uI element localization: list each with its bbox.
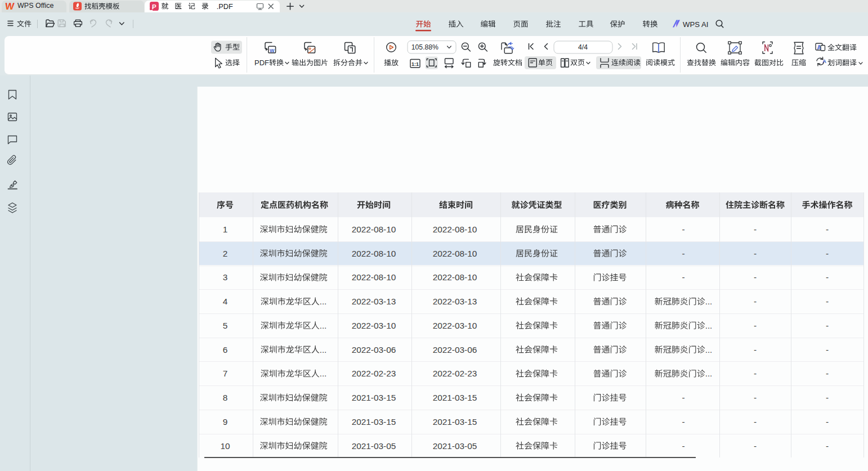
svg-text:1: 1: [223, 225, 228, 234]
svg-text:4/4: 4/4: [578, 43, 588, 51]
svg-text:...: ...: [705, 297, 713, 306]
svg-text:2021-03-15: 2021-03-15: [433, 393, 477, 402]
svg-text:8: 8: [223, 393, 228, 402]
svg-text:-: -: [754, 441, 757, 451]
svg-text:2021-03-15: 2021-03-15: [352, 417, 396, 427]
svg-text:-: -: [682, 441, 684, 451]
svg-text:W: W: [5, 1, 15, 12]
svg-text:...: ...: [705, 369, 713, 378]
svg-text:WPS Office: WPS Office: [17, 2, 53, 10]
svg-text:-: -: [826, 345, 829, 355]
svg-text:2021-03-15: 2021-03-15: [433, 417, 477, 427]
svg-text:2022-03-10: 2022-03-10: [352, 321, 396, 330]
svg-text:WPS AI: WPS AI: [683, 20, 708, 29]
svg-text:-: -: [826, 417, 829, 427]
svg-text:-: -: [682, 249, 684, 258]
svg-text:2022-08-10: 2022-08-10: [352, 225, 396, 234]
svg-text:-: -: [754, 345, 757, 355]
svg-text:.PDF: .PDF: [217, 2, 233, 11]
svg-text:-: -: [754, 393, 757, 402]
svg-text:P: P: [152, 3, 156, 10]
svg-text:-: -: [682, 272, 684, 282]
svg-text:PDF: PDF: [254, 59, 269, 67]
svg-text:2022-02-23: 2022-02-23: [352, 369, 396, 378]
svg-text:1:1: 1:1: [411, 61, 419, 67]
svg-text:2022-08-10: 2022-08-10: [433, 249, 477, 258]
svg-text:5: 5: [223, 321, 228, 330]
svg-text:9: 9: [223, 417, 228, 427]
svg-text:A: A: [817, 44, 821, 51]
svg-text:2022-03-06: 2022-03-06: [433, 345, 477, 355]
svg-text:...: ...: [320, 369, 327, 378]
svg-text:2022-03-13: 2022-03-13: [433, 297, 477, 306]
svg-text:2021-03-05: 2021-03-05: [352, 441, 396, 451]
svg-text:4: 4: [223, 297, 228, 306]
svg-text:10: 10: [220, 441, 230, 451]
svg-text:-: -: [826, 441, 829, 451]
svg-text:2022-08-10: 2022-08-10: [433, 272, 477, 282]
svg-text:-: -: [826, 321, 829, 330]
svg-text:...: ...: [320, 321, 327, 330]
svg-text:3: 3: [223, 272, 228, 282]
svg-text:-: -: [682, 225, 684, 234]
svg-text:-: -: [682, 417, 684, 427]
svg-text:2022-03-10: 2022-03-10: [433, 321, 477, 330]
svg-text:-: -: [754, 225, 757, 234]
svg-text:-: -: [826, 225, 829, 234]
svg-text:2022-08-10: 2022-08-10: [352, 249, 396, 258]
svg-text:2022-02-23: 2022-02-23: [433, 369, 477, 378]
svg-text:2022-03-13: 2022-03-13: [352, 297, 396, 306]
svg-text:7: 7: [223, 369, 228, 378]
svg-text:-: -: [754, 417, 757, 427]
svg-text:W: W: [270, 48, 275, 53]
svg-text:2021-03-05: 2021-03-05: [433, 441, 477, 451]
svg-text:2022-03-06: 2022-03-06: [352, 345, 396, 355]
svg-text:-: -: [754, 369, 757, 378]
svg-text:-: -: [826, 272, 829, 282]
svg-text:...: ...: [705, 321, 713, 330]
svg-text:A: A: [822, 58, 826, 64]
svg-text:6: 6: [223, 345, 228, 355]
svg-text:-: -: [826, 297, 829, 306]
svg-text:-: -: [826, 369, 829, 378]
svg-text:...: ...: [320, 345, 327, 355]
svg-text:-: -: [754, 249, 757, 258]
svg-text:-: -: [826, 393, 829, 402]
svg-text:2: 2: [223, 249, 228, 258]
svg-text:2021-03-15: 2021-03-15: [352, 393, 396, 402]
svg-text:...: ...: [320, 297, 327, 306]
svg-text:-: -: [754, 297, 757, 306]
svg-text:-: -: [754, 321, 757, 330]
svg-text:-: -: [826, 249, 829, 258]
svg-text:-: -: [754, 272, 757, 282]
svg-text:-: -: [682, 393, 684, 402]
svg-text:2022-08-10: 2022-08-10: [433, 225, 477, 234]
svg-text:...: ...: [705, 345, 713, 355]
svg-text:105.88%: 105.88%: [411, 43, 439, 51]
svg-text:2022-08-10: 2022-08-10: [352, 272, 396, 282]
